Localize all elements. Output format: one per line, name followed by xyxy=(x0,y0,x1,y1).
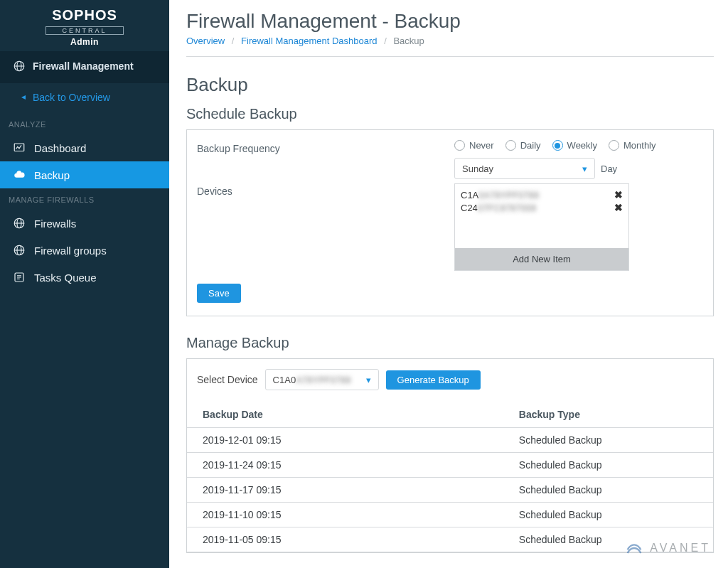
table-row[interactable]: 2019-11-10 09:15Scheduled Backup xyxy=(187,503,713,527)
watermark-icon xyxy=(624,538,644,558)
cell-type: Scheduled Backup xyxy=(513,428,713,453)
globe-icon xyxy=(13,60,26,73)
crumb-sep: / xyxy=(384,36,387,46)
radio-never[interactable]: Never xyxy=(454,140,494,151)
watermark-text: AVANET xyxy=(650,542,711,554)
cell-date: 2019-12-01 09:15 xyxy=(187,428,513,453)
device-item: C1A0A78YPF0788✖ xyxy=(461,188,623,201)
table-row[interactable]: 2019-11-24 09:15Scheduled Backup xyxy=(187,453,713,478)
device-item: C2407FC8787008✖ xyxy=(461,201,623,214)
breadcrumb: Overview / Firewall Management Dashboard… xyxy=(186,36,714,57)
tasks-icon xyxy=(13,271,26,284)
nav-category-analyze: ANALYZE xyxy=(0,113,169,134)
globe-icon xyxy=(13,244,26,257)
main: Firewall Management - Backup Overview / … xyxy=(169,0,728,568)
radio-label: Never xyxy=(469,140,494,151)
sidebar-item-label: Backup xyxy=(34,169,70,181)
device-select-value: C1A0A78YPF0788 xyxy=(273,375,351,385)
chevron-down-icon: ▾ xyxy=(582,164,587,174)
page-title: Firewall Management - Backup xyxy=(186,10,714,33)
day-select-value: Sunday xyxy=(462,164,493,174)
sidebar: SOPHOS CENTRAL Admin Firewall Management… xyxy=(0,0,169,568)
cell-date: 2019-11-24 09:15 xyxy=(187,453,513,478)
table-row[interactable]: 2019-11-17 09:15Scheduled Backup xyxy=(187,478,713,503)
radio-weekly[interactable]: Weekly xyxy=(552,140,597,151)
nav-category-manage: MANAGE FIREWALLS xyxy=(0,188,169,210)
day-label: Day xyxy=(601,164,617,174)
label-backup-frequency: Backup Frequency xyxy=(197,140,446,161)
section-backup-title: Backup xyxy=(186,74,714,96)
crumb-overview[interactable]: Overview xyxy=(186,36,225,46)
col-backup-type: Backup Type xyxy=(513,402,713,428)
devices-box: C1A0A78YPF0788✖C2407FC8787008✖ Add New I… xyxy=(454,183,629,271)
brand: SOPHOS CENTRAL Admin xyxy=(0,0,169,51)
cell-date: 2019-11-17 09:15 xyxy=(187,478,513,503)
cell-date: 2019-11-05 09:15 xyxy=(187,527,513,552)
device-select[interactable]: C1A0A78YPF0788 ▾ xyxy=(265,369,379,390)
label-devices: Devices xyxy=(197,183,446,204)
cell-type: Scheduled Backup xyxy=(513,478,713,503)
chevron-down-icon: ▾ xyxy=(366,375,371,385)
sidebar-item-backup[interactable]: Backup xyxy=(0,161,169,188)
watermark: AVANET xyxy=(624,538,711,558)
brand-sub2: Admin xyxy=(0,37,169,47)
backup-table: Backup Date Backup Type 2019-12-01 09:15… xyxy=(187,402,713,552)
radio-label: Daily xyxy=(520,140,541,151)
schedule-backup-title: Schedule Backup xyxy=(186,106,714,122)
cell-type: Scheduled Backup xyxy=(513,503,713,527)
manage-backup-title: Manage Backup xyxy=(186,335,714,351)
col-backup-date: Backup Date xyxy=(187,402,513,428)
brand-title: SOPHOS xyxy=(0,7,169,23)
sidebar-section-label: Firewall Management xyxy=(33,60,134,72)
label-select-device: Select Device xyxy=(197,374,258,385)
crumb-dashboard[interactable]: Firewall Management Dashboard xyxy=(241,36,377,46)
sidebar-section-firewall[interactable]: Firewall Management xyxy=(0,51,169,83)
schedule-panel: Backup Frequency Devices Never Daily Wee… xyxy=(186,129,714,316)
cell-type: Scheduled Backup xyxy=(513,453,713,478)
sidebar-item-label: Dashboard xyxy=(34,142,86,154)
frequency-radios: Never Daily Weekly Monthly xyxy=(454,140,703,151)
remove-device-icon[interactable]: ✖ xyxy=(614,189,623,200)
crumb-sep: / xyxy=(232,36,235,46)
manage-panel: Select Device C1A0A78YPF0788 ▾ Generate … xyxy=(186,358,714,553)
sidebar-item-label: Firewall groups xyxy=(34,245,107,257)
day-select[interactable]: Sunday ▾ xyxy=(454,158,595,179)
cell-date: 2019-11-10 09:15 xyxy=(187,503,513,527)
sidebar-item-label: Firewalls xyxy=(34,218,76,230)
generate-backup-button[interactable]: Generate Backup xyxy=(386,370,481,390)
sidebar-item-dashboard[interactable]: Dashboard xyxy=(0,134,169,161)
device-list: C1A0A78YPF0788✖C2407FC8787008✖ xyxy=(455,184,628,248)
radio-label: Weekly xyxy=(567,140,597,151)
sidebar-item-tasks-queue[interactable]: Tasks Queue xyxy=(0,264,169,291)
chart-icon xyxy=(13,141,26,154)
crumb-current: Backup xyxy=(393,36,424,46)
svg-rect-2 xyxy=(14,144,24,151)
sidebar-item-label: Tasks Queue xyxy=(34,272,97,284)
back-to-overview[interactable]: Back to Overview xyxy=(0,83,169,113)
radio-daily[interactable]: Daily xyxy=(505,140,541,151)
save-button[interactable]: Save xyxy=(197,284,241,303)
radio-monthly[interactable]: Monthly xyxy=(609,140,656,151)
back-label: Back to Overview xyxy=(33,92,110,103)
radio-label: Monthly xyxy=(623,140,656,151)
cloud-icon xyxy=(13,168,26,181)
table-row[interactable]: 2019-12-01 09:15Scheduled Backup xyxy=(187,428,713,453)
sidebar-item-firewall-groups[interactable]: Firewall groups xyxy=(0,237,169,264)
globe-icon xyxy=(13,217,26,230)
sidebar-item-firewalls[interactable]: Firewalls xyxy=(0,210,169,237)
remove-device-icon[interactable]: ✖ xyxy=(614,202,623,213)
device-name: C1A0A78YPF0788 xyxy=(461,190,539,200)
brand-sub1: CENTRAL xyxy=(46,26,123,35)
device-name: C2407FC8787008 xyxy=(461,203,536,213)
add-new-item[interactable]: Add New Item xyxy=(455,248,628,270)
